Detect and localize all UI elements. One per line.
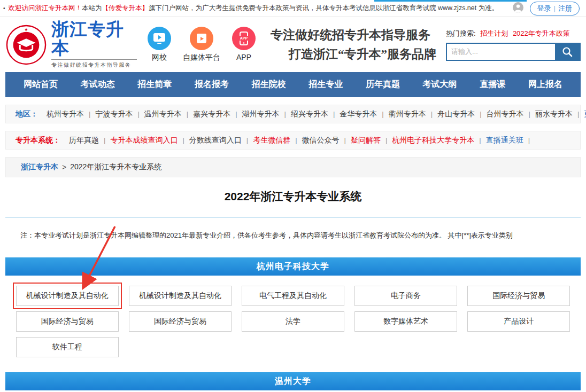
region-label: 地区： (16, 109, 38, 119)
svg-text:★: ★ (25, 27, 28, 32)
login-label[interactable]: 登录 (537, 4, 551, 13)
nav-item-live-class[interactable]: 直播课 (480, 79, 505, 90)
nav-item-online-signup[interactable]: 网上报名 (528, 79, 562, 90)
site-logo-seal-icon: ★ (5, 24, 47, 66)
welcome-text: 欢迎访问浙江专升本网！ (9, 4, 82, 13)
separator: | (333, 110, 335, 118)
nav-item-colleges[interactable]: 招生院校 (252, 79, 286, 90)
major-button[interactable]: 国际经济与贸易 (467, 286, 570, 306)
main-nav: 网站首页 考试动态 招生简章 报名报考 招生院校 招生专业 历年真题 考试大纲 … (5, 72, 581, 97)
region-link[interactable]: 台州专升本 (487, 109, 524, 119)
nav-item-syllabus[interactable]: 考试大纲 (423, 79, 457, 90)
region-more-link[interactable]: 更多> (584, 109, 586, 119)
hot-search-link[interactable]: 招生计划 (480, 29, 508, 37)
search-box (446, 43, 581, 61)
region-link[interactable]: 衢州专升本 (389, 109, 426, 119)
major-button[interactable]: 电子商务 (354, 286, 457, 306)
major-button[interactable]: 数字媒体艺术 (354, 311, 457, 332)
separator: | (344, 136, 346, 144)
major-button[interactable]: 国际经济与贸易 (129, 311, 232, 332)
region-link[interactable]: 杭州专升本 (47, 109, 84, 119)
major-button[interactable]: 电气工程及其自动化 (242, 286, 344, 306)
app-link-media[interactable]: 自媒体平台 (183, 27, 220, 62)
separator: | (182, 136, 184, 144)
svg-text:APP: APP (240, 36, 248, 40)
major-button[interactable]: 机械设计制造及其自动化 (129, 286, 232, 306)
major-button[interactable]: 国际经济与贸易 (16, 311, 119, 332)
search-area: 热门搜索: 招生计划 2022年专升本政策 (446, 29, 581, 61)
app-links: 网校 自媒体平台 APP APP (148, 27, 256, 62)
breadcrumb: 浙江专升本 > 2022年浙江专升本专业系统 (5, 157, 581, 177)
separator: | (89, 110, 90, 118)
separator: | (479, 136, 481, 144)
hot-search-label: 热门搜索: (446, 29, 476, 37)
brand-link[interactable]: 【传爱专升本】 (102, 4, 149, 13)
breadcrumb-current: 2022年浙江专升本专业系统 (70, 162, 161, 172)
nav-item-exam-news[interactable]: 考试动态 (81, 79, 115, 90)
region-link[interactable]: 温州专升本 (144, 109, 182, 119)
bullet: • (3, 5, 5, 11)
slogan: 专注做好统招专升本指导服务 打造浙江“专升本”服务品牌 (271, 26, 436, 64)
app-label[interactable]: APP (236, 53, 251, 61)
region-link[interactable]: 金华专升本 (340, 109, 377, 119)
major-button-highlighted[interactable]: 机械设计制造及其自动化 (16, 286, 119, 306)
site-intro-text: 本站为 (82, 4, 102, 13)
system-link-wechat-group[interactable]: 考生微信群 (253, 136, 290, 145)
logo-tagline: 专注做好统招专升本指导服务 (51, 59, 137, 69)
system-link-cutoff-query[interactable]: 分数线查询入口 (189, 136, 242, 145)
system-link-past-papers[interactable]: 历年真题 (69, 136, 99, 145)
major-button[interactable]: 软件工程 (16, 337, 119, 357)
register-label[interactable]: 注册 (558, 4, 572, 13)
university-section-header-wzu: 温州大学 (5, 372, 581, 390)
region-link[interactable]: 湖州专升本 (242, 109, 280, 119)
nav-item-home[interactable]: 网站首页 (24, 79, 58, 90)
search-icon (561, 46, 573, 58)
region-link[interactable]: 嘉兴专升本 (193, 109, 230, 119)
hot-search: 热门搜索: 招生计划 2022年专升本政策 (446, 29, 581, 38)
site-header: ★ 浙江专升本 专注做好统招专升本指导服务 网校 自媒体平台 APP APP 专… (0, 17, 586, 72)
system-link-score-query[interactable]: 专升本成绩查询入口 (110, 136, 178, 145)
region-link[interactable]: 舟山专升本 (437, 109, 475, 119)
region-link[interactable]: 绍兴专升本 (291, 109, 328, 119)
system-link-hdu[interactable]: 杭州电子科技大学专升本 (392, 136, 474, 145)
app-label[interactable]: 网校 (152, 53, 167, 62)
region-link[interactable]: 宁波专升本 (95, 109, 133, 119)
logo-title[interactable]: 浙江专升本 (51, 20, 137, 57)
login-register-button[interactable]: 登录 | 注册 (530, 2, 580, 15)
separator: | (480, 110, 481, 118)
app-link-wangxiao[interactable]: 网校 (148, 27, 171, 62)
search-button[interactable] (555, 44, 580, 60)
online-school-icon[interactable] (148, 27, 171, 50)
media-platform-icon[interactable] (190, 27, 213, 50)
system-link-qa[interactable]: 疑问解答 (351, 136, 381, 145)
separator: | (529, 110, 530, 118)
breadcrumb-home-link[interactable]: 浙江专升本 (21, 162, 58, 172)
nav-item-registration[interactable]: 报名报考 (195, 79, 229, 90)
slogan-line2: 打造浙江“专升本”服务品牌 (271, 45, 436, 64)
system-row: 专升本系统： 历年真题| 专升本成绩查询入口| 分数线查询入口| 考生微信群| … (5, 131, 581, 150)
search-input[interactable] (447, 44, 555, 60)
major-button[interactable]: 法学 (242, 311, 344, 332)
user-avatar-icon[interactable] (513, 2, 523, 14)
site-intro-text-2: 旗下门户网站，为广大考生提供免费专升本政策与资讯，具体专升本考试信息以浙江省教育… (149, 4, 498, 13)
hot-search-link[interactable]: 2022年专升本政策 (513, 29, 570, 37)
system-link-wechat-official[interactable]: 微信公众号 (302, 136, 340, 145)
separator: | (235, 110, 237, 118)
nav-item-past-papers[interactable]: 历年真题 (366, 79, 400, 90)
page-title: 2022年浙江专升本专业系统 (0, 189, 586, 204)
app-label[interactable]: 自媒体平台 (183, 53, 220, 62)
separator: | (187, 110, 188, 118)
region-row: 地区： 杭州专升本| 宁波专升本| 温州专升本| 嘉兴专升本| 湖州专升本| 绍… (5, 105, 581, 123)
pill-separator: | (554, 4, 556, 12)
app-link-app[interactable]: APP APP (232, 27, 256, 62)
majors-grid: 机械设计制造及其自动化 机械设计制造及其自动化 电气工程及其自动化 电子商务 国… (16, 286, 570, 357)
major-button[interactable]: 产品设计 (467, 311, 570, 332)
separator: | (385, 136, 387, 144)
separator: | (382, 110, 383, 118)
logo-text-block[interactable]: 浙江专升本 专注做好统招专升本指导服务 (51, 20, 137, 69)
nav-item-admission-guide[interactable]: 招生简章 (137, 79, 172, 90)
region-link[interactable]: 丽水专升本 (535, 109, 573, 119)
mobile-app-icon[interactable]: APP (232, 27, 256, 50)
system-link-live-course[interactable]: 直播通关班 (486, 136, 523, 145)
nav-item-majors[interactable]: 招生专业 (309, 79, 343, 90)
